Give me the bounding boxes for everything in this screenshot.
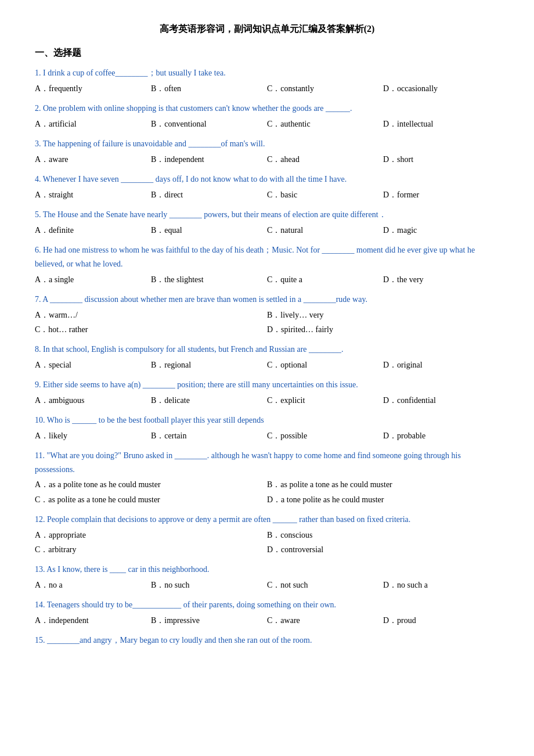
question-text: 3. The happening of failure is unavoidab… xyxy=(35,137,499,151)
option: B．certain xyxy=(151,429,267,443)
option: A．likely xyxy=(35,429,151,443)
option: D．short xyxy=(383,152,499,167)
question-block: 10. Who is ______ to be the best footbal… xyxy=(35,413,499,443)
question-text: 1. I drink a cup of coffee________；but u… xyxy=(35,66,499,80)
option: D．the very xyxy=(383,272,499,287)
options-row: A．specialB．regionalC．optionalD．original xyxy=(35,358,499,372)
option: C．constantly xyxy=(267,81,383,96)
question-text: 7. A ________ discussion about whether m… xyxy=(35,293,499,307)
options-row: A．definiteB．equalC．naturalD．magic xyxy=(35,223,499,237)
question-text: 6. He had one mistress to whom he was fa… xyxy=(35,243,499,271)
question-text: 14. Teenagers should try to be__________… xyxy=(35,598,499,612)
question-text: 9. Either side seems to have a(n) ______… xyxy=(35,378,499,392)
question-block: 2. One problem with online shopping is t… xyxy=(35,102,499,131)
question-text: 12. People complain that decisions to ap… xyxy=(35,513,499,527)
question-text: 15. ________and angry，Mary began to cry … xyxy=(35,633,499,647)
option: D．controversial xyxy=(267,542,499,557)
question-text: 13. As I know, there is ____ car in this… xyxy=(35,563,499,577)
question-block: 8. In that school, English is compulsory… xyxy=(35,343,499,372)
question-block: 13. As I know, there is ____ car in this… xyxy=(35,563,499,592)
options-row: A．a singleB．the slightestC．quite aD．the … xyxy=(35,272,499,287)
option: C．ahead xyxy=(267,152,383,167)
option: C．basic xyxy=(267,188,383,202)
option: D．spirited… fairly xyxy=(267,322,499,337)
question-block: 15. ________and angry，Mary began to cry … xyxy=(35,633,499,647)
question-block: 11. "What are you doing?" Bruno asked in… xyxy=(35,449,499,507)
options-row: A．appropriateB．consciousC．arbitraryD．con… xyxy=(35,528,499,557)
option: A．a single xyxy=(35,272,151,287)
option: C．natural xyxy=(267,223,383,237)
option: B．the slightest xyxy=(151,272,267,287)
option: A．special xyxy=(35,358,151,372)
option: C．not such xyxy=(267,578,383,592)
question-block: 14. Teenagers should try to be__________… xyxy=(35,598,499,628)
question-block: 6. He had one mistress to whom he was fa… xyxy=(35,243,499,287)
option: D．probable xyxy=(383,429,499,443)
option: C．authentic xyxy=(267,117,383,131)
option: D．occasionally xyxy=(383,81,499,96)
option: B．no such xyxy=(151,578,267,592)
option: B．conscious xyxy=(267,528,499,542)
option: B．as polite a tone as he could muster xyxy=(267,477,499,492)
option: C．hot… rather xyxy=(35,322,267,337)
question-text: 8. In that school, English is compulsory… xyxy=(35,343,499,357)
options-row: A．awareB．independentC．aheadD．short xyxy=(35,152,499,167)
option: B．direct xyxy=(151,188,267,202)
question-block: 9. Either side seems to have a(n) ______… xyxy=(35,378,499,408)
option: A．definite xyxy=(35,223,151,237)
option: B．conventional xyxy=(151,117,267,131)
question-block: 12. People complain that decisions to ap… xyxy=(35,513,499,557)
option: A．artificial xyxy=(35,117,151,131)
options-row: A．artificialB．conventionalC．authenticD．i… xyxy=(35,117,499,131)
question-block: 5. The House and the Senate have nearly … xyxy=(35,208,499,237)
option: A．aware xyxy=(35,152,151,167)
option: B．regional xyxy=(151,358,267,372)
options-row: A．as a polite tone as he could musterB．a… xyxy=(35,477,499,506)
option: C．as polite as a tone he could muster xyxy=(35,492,267,507)
option: B．often xyxy=(151,81,267,96)
options-row: A．frequentlyB．oftenC．constantlyD．occasio… xyxy=(35,81,499,96)
page-title: 高考英语形容词，副词知识点单元汇编及答案解析(2) xyxy=(35,23,499,35)
option: C．quite a xyxy=(267,272,383,287)
option: D．proud xyxy=(383,613,499,628)
option: A．warm…/ xyxy=(35,308,267,322)
option: D．magic xyxy=(383,223,499,237)
option: D．a tone polite as he could muster xyxy=(267,492,499,507)
options-row: A．straightB．directC．basicD．former xyxy=(35,188,499,202)
option: A．ambiguous xyxy=(35,393,151,408)
option: C．possible xyxy=(267,429,383,443)
options-row: A．no aB．no suchC．not suchD．no such a xyxy=(35,578,499,592)
options-row: A．independentB．impressiveC．awareD．proud xyxy=(35,613,499,628)
question-text: 10. Who is ______ to be the best footbal… xyxy=(35,413,499,427)
question-text: 11. "What are you doing?" Bruno asked in… xyxy=(35,449,499,477)
options-row: A．warm…/B．lively… veryC．hot… ratherD．spi… xyxy=(35,308,499,337)
option: D．confidential xyxy=(383,393,499,408)
option: C．optional xyxy=(267,358,383,372)
question-block: 7. A ________ discussion about whether m… xyxy=(35,293,499,337)
question-block: 1. I drink a cup of coffee________；but u… xyxy=(35,66,499,96)
option: D．original xyxy=(383,358,499,372)
question-text: 5. The House and the Senate have nearly … xyxy=(35,208,499,222)
section-title: 一、选择题 xyxy=(35,47,499,59)
option: B．delicate xyxy=(151,393,267,408)
option: D．former xyxy=(383,188,499,202)
option: B．equal xyxy=(151,223,267,237)
options-row: A．likelyB．certainC．possibleD．probable xyxy=(35,429,499,443)
question-text: 2. One problem with online shopping is t… xyxy=(35,102,499,116)
option: B．independent xyxy=(151,152,267,167)
option: A．frequently xyxy=(35,81,151,96)
option: D．no such a xyxy=(383,578,499,592)
option: A．as a polite tone as he could muster xyxy=(35,477,267,492)
question-text: 4. Whenever I have seven ________ days o… xyxy=(35,172,499,186)
option: C．explicit xyxy=(267,393,383,408)
options-row: A．ambiguousB．delicateC．explicitD．confide… xyxy=(35,393,499,408)
question-block: 4. Whenever I have seven ________ days o… xyxy=(35,172,499,202)
option: C．arbitrary xyxy=(35,542,267,557)
option: B．impressive xyxy=(151,613,267,628)
option: A．no a xyxy=(35,578,151,592)
question-block: 3. The happening of failure is unavoidab… xyxy=(35,137,499,167)
option: D．intellectual xyxy=(383,117,499,131)
option: C．aware xyxy=(267,613,383,628)
option: A．straight xyxy=(35,188,151,202)
option: B．lively… very xyxy=(267,308,499,322)
